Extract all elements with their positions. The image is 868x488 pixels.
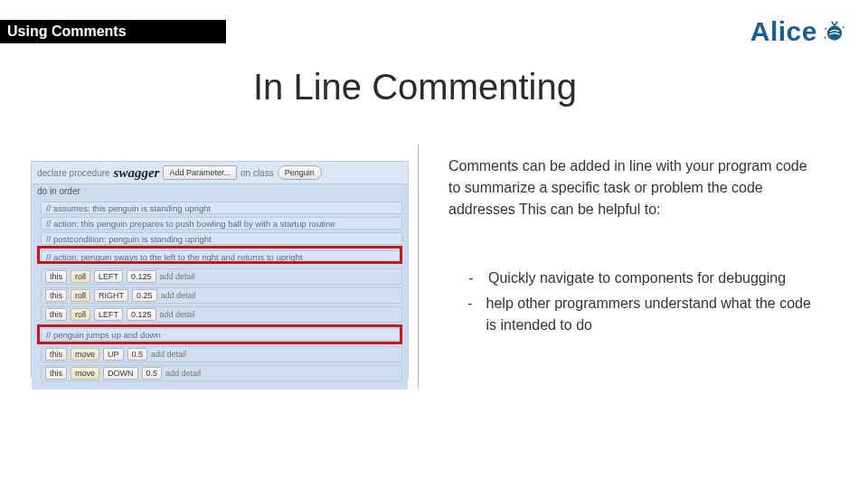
token-this: this [45, 289, 67, 302]
comment-tile[interactable]: // action: penguin sways to the left to … [41, 250, 402, 263]
list-item: - Quickly navigate to components for deb… [467, 267, 814, 289]
token-arg: 0.5 [142, 367, 163, 380]
bullet-list: - Quickly navigate to components for deb… [467, 267, 814, 340]
comment-tile[interactable]: // assumes: this penguin is standing upr… [41, 202, 402, 214]
token-arg: 0.5 [127, 348, 148, 361]
comment-tile[interactable]: // postcondition: penguin is standing up… [41, 232, 402, 245]
token-arg: 0.125 [127, 308, 156, 321]
code-editor-screenshot: declare procedure swagger Add Parameter.… [31, 161, 409, 378]
svg-point-2 [843, 26, 844, 28]
token-verb: move [71, 348, 99, 361]
add-detail-label[interactable]: add detail [165, 369, 201, 378]
statement-row[interactable]: this roll RIGHT 0.25 add detail [41, 287, 402, 304]
logo-text: Alice [750, 16, 817, 47]
add-detail-label[interactable]: add detail [160, 310, 195, 319]
token-arg: DOWN [103, 367, 138, 380]
token-this: this [45, 270, 67, 283]
code-body: // assumes: this penguin is standing upr… [32, 198, 408, 389]
bullet-marker: - [467, 267, 476, 289]
statement-row[interactable]: this roll LEFT 0.125 add detail [41, 306, 402, 323]
alice-bee-icon [823, 20, 846, 43]
token-verb: roll [71, 289, 90, 302]
token-arg: RIGHT [94, 289, 128, 302]
token-arg: UP [103, 348, 124, 361]
statement-row[interactable]: this roll LEFT 0.125 add detail [41, 268, 402, 285]
comment-tile[interactable]: // penguin jumps up and down [41, 328, 402, 341]
add-detail-label[interactable]: add detail [160, 272, 195, 281]
logo: Alice [750, 16, 846, 47]
token-this: this [45, 308, 67, 321]
list-item: - help other programmers understand what… [467, 293, 814, 336]
do-in-order-label: do in order [32, 183, 408, 198]
add-parameter-button[interactable]: Add Parameter... [163, 165, 237, 180]
class-pill[interactable]: Penguin [278, 165, 322, 180]
token-arg: 0.25 [132, 289, 157, 302]
token-arg: 0.125 [127, 270, 156, 283]
vertical-divider [418, 145, 419, 389]
slide-title: In Line Commenting [253, 67, 577, 108]
token-this: this [45, 348, 67, 361]
intro-paragraph: Comments can be added in line with your … [448, 155, 810, 221]
svg-point-3 [824, 37, 826, 39]
bullet-text: Quickly navigate to components for debug… [488, 267, 786, 289]
token-this: this [45, 367, 67, 380]
bullet-marker: - [467, 293, 474, 336]
on-class-label: on class [241, 168, 274, 178]
token-verb: roll [71, 270, 90, 283]
section-badge-label: Using Comments [7, 23, 127, 40]
bullet-text: help other programmers understand what t… [486, 293, 814, 336]
add-detail-label[interactable]: add detail [151, 350, 186, 359]
statement-row[interactable]: this move UP 0.5 add detail [41, 346, 402, 362]
comment-tile[interactable]: // action: this penguin prepares to push… [41, 217, 402, 230]
token-verb: roll [71, 308, 90, 321]
svg-point-1 [825, 28, 826, 30]
token-verb: move [71, 367, 99, 380]
token-arg: LEFT [94, 308, 123, 321]
section-badge: Using Comments [0, 20, 226, 43]
declare-keyword: declare procedure [37, 168, 110, 178]
procedure-name: swagger [114, 165, 160, 181]
procedure-header-row: declare procedure swagger Add Parameter.… [32, 162, 408, 183]
add-detail-label[interactable]: add detail [161, 291, 196, 300]
token-arg: LEFT [94, 270, 123, 283]
statement-row[interactable]: this move DOWN 0.5 add detail [41, 365, 402, 381]
